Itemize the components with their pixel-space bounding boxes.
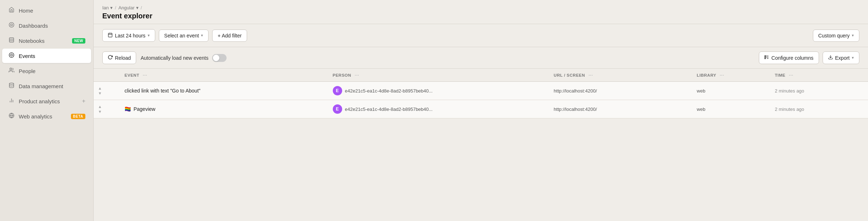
svg-point-1 (10, 24, 12, 26)
sidebar-item-label: Product analytics (19, 98, 60, 104)
table-row[interactable]: ▲ ▼ clicked link with text "Go to About"… (94, 82, 868, 100)
notebooks-icon (8, 37, 15, 44)
breadcrumb-project[interactable]: Angular ▾ (118, 5, 139, 10)
dashboard-icon (8, 22, 15, 29)
breadcrumb-workspace[interactable]: Ian ▾ (102, 5, 113, 10)
svg-point-12 (9, 83, 14, 84)
url-col-menu[interactable]: ··· (589, 72, 593, 78)
row-2-library: web (693, 100, 771, 118)
row-1-event: clicked link with text "Go to About" (120, 82, 328, 100)
sidebar-item-web-analytics[interactable]: Web analytics BETA (2, 109, 91, 123)
table-body: ▲ ▼ clicked link with text "Go to About"… (94, 82, 868, 118)
event-filter-button[interactable]: Select an event ▾ (159, 30, 209, 42)
sidebar-item-product-analytics[interactable]: Product analytics + (2, 94, 91, 108)
person-col-menu[interactable]: ··· (355, 72, 359, 78)
page-title: Event explorer (102, 12, 859, 20)
auto-load-toggle-wrapper: Automatically load new events (140, 54, 226, 62)
avatar-2: E (333, 104, 342, 114)
web-analytics-icon (8, 113, 15, 120)
data-management-icon (8, 82, 15, 90)
product-analytics-icon (8, 98, 15, 105)
secondary-toolbar: Reload Automatically load new events Con… (94, 47, 868, 69)
export-icon (828, 55, 833, 61)
person-id: e42e21c5-ea1c-4d8e-8ad2-b8957beb40... (345, 88, 433, 94)
svg-point-26 (765, 57, 765, 58)
sidebar-item-data-management[interactable]: Data management (2, 79, 91, 93)
auto-load-toggle[interactable] (212, 54, 227, 62)
chevron-down-icon-2: ▾ (136, 5, 139, 10)
events-table-container: EVENT ··· PERSON ··· URL / SCREEN ··· LI… (94, 69, 868, 221)
row-2-time: 2 minutes ago (770, 100, 868, 118)
row-1-controls: ▲ ▼ (94, 82, 120, 100)
row-expand-controls-2[interactable]: ▲ ▼ (98, 104, 116, 114)
sidebar: Home Dashboards Notebooks NEW Events Peo… (0, 0, 94, 221)
sidebar-item-home[interactable]: Home (2, 3, 91, 18)
breadcrumb-sep-2: / (141, 5, 142, 10)
chevron-down-icon: ▾ (110, 5, 113, 10)
add-filter-button[interactable]: + Add filter (212, 30, 247, 42)
sidebar-item-people[interactable]: People (2, 64, 91, 78)
chevron-down-icon-query: ▾ (852, 33, 854, 38)
row-expand-controls[interactable]: ▲ ▼ (98, 86, 116, 95)
chevron-down-icon-event: ▾ (201, 33, 203, 38)
row-1-url: http://localhost:4200/ (549, 82, 692, 100)
secondary-toolbar-right: Configure columns Export ▾ (759, 51, 859, 64)
row-1-time: 2 minutes ago (770, 82, 868, 100)
breadcrumb-sep-1: / (115, 5, 116, 10)
primary-toolbar: Last 24 hours ▾ Select an event ▾ + Add … (94, 24, 868, 47)
toolbar-right: Custom query ▾ (813, 30, 859, 42)
chevron-down-icon-time: ▾ (148, 33, 150, 38)
event-col-menu[interactable]: ··· (143, 72, 147, 78)
row-2-url: http://localhost:4200/ (549, 100, 692, 118)
custom-query-button[interactable]: Custom query ▾ (813, 30, 859, 42)
table-row[interactable]: ▲ ▼ 🏳️‍🌈 Pageview E e42e21c5-ea1c-4d8e-8… (94, 100, 868, 118)
svg-point-25 (765, 55, 765, 56)
row-1-person: E e42e21c5-ea1c-4d8e-8ad2-b8957beb40... (328, 82, 550, 100)
reload-icon (108, 55, 113, 61)
row-2-person: E e42e21c5-ea1c-4d8e-8ad2-b8957beb40... (328, 100, 550, 118)
row-2-event: 🏳️‍🌈 Pageview (120, 100, 328, 118)
col-event-header: EVENT ··· (120, 69, 328, 82)
person-cell: E e42e21c5-ea1c-4d8e-8ad2-b8957beb40... (333, 86, 545, 95)
new-badge: NEW (72, 38, 85, 44)
configure-columns-icon (764, 55, 769, 61)
export-button[interactable]: Export ▾ (823, 51, 859, 64)
col-library-header: LIBRARY ··· (693, 69, 771, 82)
col-url-header: URL / SCREEN ··· (549, 69, 692, 82)
sidebar-item-label: Notebooks (19, 38, 45, 44)
plus-icon[interactable]: + (82, 98, 85, 104)
library-col-menu[interactable]: ··· (720, 72, 724, 78)
sidebar-item-notebooks[interactable]: Notebooks NEW (2, 33, 91, 48)
pageview-emoji-icon: 🏳️‍🌈 (125, 106, 131, 112)
page-header: Ian ▾ / Angular ▾ / Event explorer (94, 0, 868, 24)
sidebar-item-events[interactable]: Events (2, 49, 91, 63)
sidebar-item-label: Events (19, 53, 35, 59)
home-icon (8, 7, 15, 14)
reload-button[interactable]: Reload (102, 51, 136, 64)
chevron-down-icon-export: ▾ (852, 55, 854, 60)
svg-point-11 (10, 68, 12, 70)
sidebar-item-label: Web analytics (19, 113, 52, 119)
row-1-library: web (693, 82, 771, 100)
events-icon (8, 52, 15, 59)
col-person-header: PERSON ··· (328, 69, 550, 82)
time-col-menu[interactable]: ··· (789, 72, 793, 78)
table-header: EVENT ··· PERSON ··· URL / SCREEN ··· LI… (94, 69, 868, 82)
chevron-up-icon-2: ▲ (98, 104, 114, 109)
beta-badge: BETA (71, 114, 85, 119)
chevron-up-icon: ▲ (98, 86, 114, 90)
row-2-controls: ▲ ▼ (94, 100, 120, 118)
sidebar-item-label: People (19, 68, 36, 74)
sidebar-item-label: Home (19, 8, 33, 14)
person-id-2: e42e21c5-ea1c-4d8e-8ad2-b8957beb40... (345, 107, 433, 112)
chevron-down-icon-row: ▼ (98, 91, 114, 95)
sidebar-item-dashboards[interactable]: Dashboards (2, 18, 91, 33)
events-table: EVENT ··· PERSON ··· URL / SCREEN ··· LI… (94, 69, 868, 118)
col-controls-header (94, 69, 120, 82)
svg-point-6 (10, 54, 12, 56)
time-filter-button[interactable]: Last 24 hours ▾ (102, 29, 155, 42)
configure-columns-button[interactable]: Configure columns (759, 51, 819, 64)
svg-rect-18 (108, 33, 112, 37)
svg-point-0 (9, 22, 14, 27)
people-icon (8, 67, 15, 75)
